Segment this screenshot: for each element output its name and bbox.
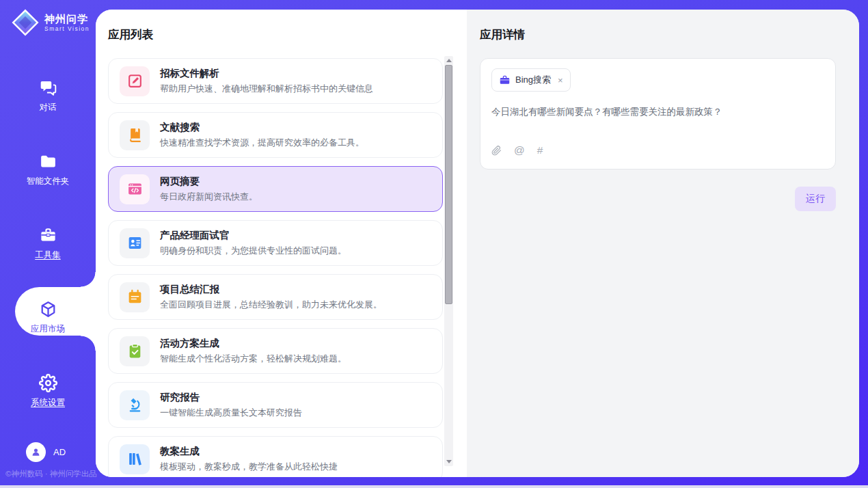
scrollbar[interactable] [444, 56, 453, 466]
app-description: 快速精准查找学术资源，提高研究效率的必备工具。 [160, 137, 364, 149]
app-card-list: 招标文件解析帮助用户快速、准确地理解和解析招标书中的关键信息文献搜索快速精准查找… [108, 58, 443, 477]
folder-icon [39, 152, 57, 171]
sidebar-item-folder[interactable]: 智能文件夹 [0, 133, 96, 206]
chat-icon [39, 79, 57, 97]
app-list-panel: 应用列表 招标文件解析帮助用户快速、准确地理解和解析招标书中的关键信息文献搜索快… [96, 10, 467, 477]
app-icon-box [120, 282, 150, 312]
app-name: 活动方案生成 [160, 337, 347, 350]
app-name: 网页摘要 [160, 175, 258, 188]
sidebar-item-label: 智能文件夹 [27, 176, 70, 187]
sidebar-item-toolbox[interactable]: 工具集 [0, 206, 96, 280]
main-content: 应用列表 招标文件解析帮助用户快速、准确地理解和解析招标书中的关键信息文献搜索快… [96, 10, 859, 477]
sidebar-item-label: 应用市场 [31, 323, 65, 335]
copyright-footer: ©神州数码 · 神州问学出品 [5, 469, 97, 479]
mention-icon[interactable]: @ [514, 144, 525, 157]
app-card[interactable]: 项目总结汇报全面回顾项目进展，总结经验教训，助力未来优化发展。 [108, 274, 443, 320]
sidebar: 神州问学 Smart Vision 对话智能文件夹工具集应用市场系统设置 AD … [0, 0, 96, 488]
sidebar-item-gear[interactable]: 系统设置 [0, 354, 96, 428]
app-card[interactable]: 文献搜索快速精准查找学术资源，提高研究效率的必备工具。 [108, 112, 443, 158]
sidebar-item-chat[interactable]: 对话 [0, 59, 96, 133]
app-description: 明确身份和职责，为您提供专业性的面试问题。 [160, 245, 347, 257]
app-name: 项目总结汇报 [160, 283, 382, 296]
scrollbar-down-arrow[interactable] [444, 457, 453, 466]
book-icon [126, 126, 144, 144]
app-name: 招标文件解析 [160, 67, 373, 80]
app-description: 智能生成个性化活动方案，轻松解决规划难题。 [160, 353, 347, 365]
interviewer-icon [126, 234, 144, 252]
app-card[interactable]: 网页摘要每日政府新闻资讯快查。 [108, 166, 443, 212]
app-window: 神州问学 Smart Vision 对话智能文件夹工具集应用市场系统设置 AD … [0, 0, 868, 488]
app-icon-box [120, 120, 150, 150]
user-profile[interactable]: AD [26, 442, 66, 462]
browser-code-icon [126, 180, 144, 198]
bottom-edge-strip [0, 485, 868, 488]
app-list-title: 应用列表 [108, 27, 467, 42]
tool-chip-label: Bing搜索 [515, 74, 551, 86]
sidebar-nav: 对话智能文件夹工具集应用市场系统设置 [0, 59, 96, 428]
tool-chip-bing-search[interactable]: Bing搜索 × [491, 68, 571, 92]
app-icon-box [120, 390, 150, 420]
app-detail-panel: 应用详情 Bing搜索 × 今日湖北有哪些新闻要点？有哪些需要关注的最新政策？ [467, 10, 859, 477]
app-description: 全面回顾项目进展，总结经验教训，助力未来优化发展。 [160, 299, 382, 311]
app-icon-box [120, 228, 150, 258]
sidebar-item-label: 系统设置 [31, 397, 65, 409]
sidebar-item-label: 对话 [40, 102, 57, 113]
app-card[interactable]: 活动方案生成智能生成个性化活动方案，轻松解决规划难题。 [108, 328, 443, 374]
app-detail-title: 应用详情 [480, 27, 836, 42]
app-icon-box [120, 66, 150, 96]
close-icon[interactable]: × [558, 76, 563, 85]
app-name: 文献搜索 [160, 121, 364, 134]
app-card[interactable]: 教案生成模板驱动，教案秒成，教学准备从此轻松快捷 [108, 436, 443, 477]
run-button[interactable]: 运行 [795, 187, 836, 211]
sidebar-item-cube[interactable]: 应用市场 [0, 280, 96, 354]
gear-icon [39, 374, 57, 392]
scrollbar-up-arrow[interactable] [444, 56, 453, 65]
calendar-icon [126, 288, 144, 306]
microscope-icon [126, 396, 144, 414]
toolbox-icon [39, 226, 57, 245]
briefcase-icon [499, 74, 511, 86]
app-card[interactable]: 招标文件解析帮助用户快速、准确地理解和解析招标书中的关键信息 [108, 58, 443, 104]
app-description: 帮助用户快速、准确地理解和解析招标书中的关键信息 [160, 83, 373, 95]
query-input-card[interactable]: Bing搜索 × 今日湖北有哪些新闻要点？有哪些需要关注的最新政策？ @ # [480, 58, 836, 170]
clipboard-check-icon [126, 342, 144, 360]
topic-icon[interactable]: # [537, 144, 543, 157]
user-initials: AD [53, 447, 66, 457]
app-card[interactable]: 产品经理面试官明确身份和职责，为您提供专业性的面试问题。 [108, 220, 443, 266]
cube-icon [39, 300, 57, 318]
app-description: 每日政府新闻资讯快查。 [160, 191, 258, 203]
app-icon-box [120, 444, 150, 474]
app-description: 一键智能生成高质量长文本研究报告 [160, 407, 302, 419]
input-toolbar: @ # [491, 144, 824, 157]
avatar [26, 442, 46, 462]
app-card[interactable]: 研究报告一键智能生成高质量长文本研究报告 [108, 382, 443, 428]
query-text[interactable]: 今日湖北有哪些新闻要点？有哪些需要关注的最新政策？ [491, 106, 824, 118]
books-icon [126, 450, 144, 467]
logo-title: 神州问学 [44, 13, 90, 25]
app-icon-box [120, 174, 150, 204]
person-icon [30, 446, 42, 458]
logo-diamond-icon [11, 8, 40, 37]
sidebar-item-label: 工具集 [35, 249, 61, 261]
app-name: 产品经理面试官 [160, 229, 347, 242]
logo-subtitle: Smart Vision [44, 25, 90, 32]
logo: 神州问学 Smart Vision [11, 8, 90, 37]
app-description: 模板驱动，教案秒成，教学准备从此轻松快捷 [160, 461, 338, 473]
paperclip-icon[interactable] [491, 146, 502, 156]
edit-doc-icon [126, 72, 144, 90]
app-name: 研究报告 [160, 391, 302, 404]
app-name: 教案生成 [160, 445, 338, 458]
scrollbar-thumb[interactable] [445, 65, 452, 304]
app-icon-box [120, 336, 150, 366]
